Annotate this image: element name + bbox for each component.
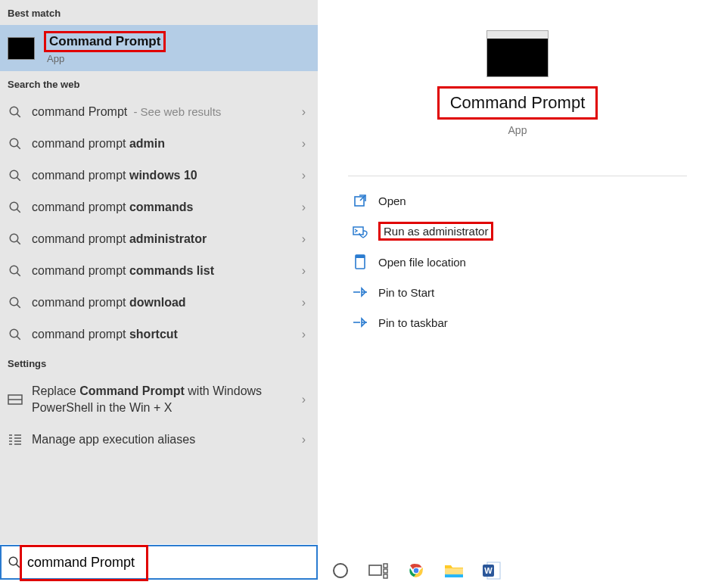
action-open[interactable]: Open bbox=[348, 185, 687, 216]
taskbar: W bbox=[318, 553, 717, 588]
web-result[interactable]: command prompt admin› bbox=[0, 128, 318, 160]
svg-point-2 bbox=[10, 138, 18, 147]
best-match-text: Command Prompt App bbox=[44, 31, 166, 65]
action-list: OpenRun as administratorOpen file locati… bbox=[318, 185, 717, 338]
svg-line-7 bbox=[17, 209, 20, 213]
preview-panel: Command Prompt App OpenRun as administra… bbox=[318, 0, 717, 544]
search-icon bbox=[8, 136, 23, 151]
svg-line-5 bbox=[17, 177, 20, 181]
svg-line-27 bbox=[16, 564, 20, 568]
search-icon bbox=[8, 168, 23, 183]
chevron-right-icon: › bbox=[302, 137, 310, 151]
web-result[interactable]: command Prompt - See web results› bbox=[0, 96, 318, 128]
cmd-icon bbox=[8, 37, 35, 60]
svg-line-9 bbox=[17, 241, 20, 244]
task-view-icon[interactable] bbox=[368, 560, 389, 581]
best-match-header: Best match bbox=[0, 0, 318, 25]
chevron-right-icon: › bbox=[302, 328, 310, 341]
svg-point-26 bbox=[9, 557, 17, 565]
action-label: Open bbox=[378, 194, 406, 207]
svg-line-11 bbox=[17, 272, 20, 276]
web-result-label: command prompt commands bbox=[32, 199, 302, 216]
preview-app-icon bbox=[486, 30, 549, 77]
action-label: Pin to taskbar bbox=[378, 316, 448, 329]
svg-point-8 bbox=[10, 234, 18, 242]
svg-rect-38 bbox=[369, 565, 381, 575]
chrome-icon[interactable] bbox=[406, 560, 427, 581]
settings-result[interactable]: Manage app execution aliases› bbox=[0, 424, 318, 456]
settings-results-list: Replace Command Prompt with Windows Powe… bbox=[0, 375, 318, 456]
web-result-label: command prompt commands list bbox=[32, 263, 302, 279]
search-results-panel: Best match Command Prompt App Search the… bbox=[0, 0, 318, 544]
web-result-label: command Prompt - See web results bbox=[32, 104, 302, 120]
web-results-list: command Prompt - See web results›command… bbox=[0, 96, 318, 350]
action-run-admin[interactable]: Run as administrator bbox=[348, 216, 687, 247]
settings-item-icon bbox=[8, 392, 23, 407]
open-location-icon bbox=[351, 253, 369, 271]
svg-point-6 bbox=[10, 202, 18, 210]
settings-result-label: Replace Command Prompt with Windows Powe… bbox=[32, 383, 302, 416]
file-explorer-icon[interactable] bbox=[443, 560, 465, 581]
search-icon bbox=[8, 232, 23, 247]
web-result-label: command prompt administrator bbox=[32, 231, 302, 247]
web-result-label: command prompt admin bbox=[32, 135, 302, 152]
svg-point-0 bbox=[10, 107, 18, 115]
run-admin-icon bbox=[351, 222, 369, 241]
svg-line-1 bbox=[17, 114, 20, 117]
action-label: Pin to Start bbox=[378, 286, 434, 299]
web-result[interactable]: command prompt commands list› bbox=[0, 255, 318, 287]
search-icon bbox=[8, 263, 23, 278]
web-result-label: command prompt shortcut bbox=[32, 326, 302, 343]
svg-rect-41 bbox=[384, 574, 387, 578]
best-match-result[interactable]: Command Prompt App bbox=[0, 25, 318, 71]
settings-result[interactable]: Replace Command Prompt with Windows Powe… bbox=[0, 375, 318, 424]
action-pin-taskbar[interactable]: Pin to taskbar bbox=[348, 307, 687, 338]
preview-subtitle: App bbox=[318, 124, 717, 136]
chevron-right-icon: › bbox=[302, 433, 310, 446]
pin-taskbar-icon bbox=[351, 313, 369, 331]
open-icon bbox=[351, 191, 369, 210]
search-bar[interactable] bbox=[0, 545, 318, 580]
action-open-location[interactable]: Open file location bbox=[348, 247, 687, 277]
svg-point-14 bbox=[10, 329, 18, 338]
search-icon bbox=[8, 200, 23, 215]
svg-rect-40 bbox=[384, 569, 387, 573]
word-icon[interactable]: W bbox=[481, 560, 502, 581]
best-match-title: Command Prompt bbox=[44, 31, 166, 52]
web-result[interactable]: command prompt commands› bbox=[0, 191, 318, 223]
chevron-right-icon: › bbox=[302, 232, 310, 246]
web-result[interactable]: command prompt download› bbox=[0, 287, 318, 319]
chevron-right-icon: › bbox=[302, 201, 310, 214]
search-input[interactable] bbox=[27, 546, 316, 578]
settings-result-label: Manage app execution aliases bbox=[32, 431, 302, 448]
pin-start-icon bbox=[351, 283, 369, 301]
svg-line-15 bbox=[17, 336, 20, 340]
web-result[interactable]: command prompt shortcut› bbox=[0, 319, 318, 350]
svg-line-3 bbox=[17, 145, 20, 149]
action-pin-start[interactable]: Pin to Start bbox=[348, 277, 687, 307]
chevron-right-icon: › bbox=[302, 296, 310, 310]
cortana-icon[interactable] bbox=[330, 560, 351, 581]
chevron-right-icon: › bbox=[302, 264, 310, 278]
search-icon bbox=[8, 327, 23, 342]
svg-rect-32 bbox=[356, 255, 365, 258]
settings-item-icon bbox=[8, 432, 23, 447]
svg-line-13 bbox=[17, 304, 20, 308]
search-icon bbox=[8, 104, 23, 120]
web-results-header: Search the web bbox=[0, 71, 318, 96]
preview-title: Command Prompt bbox=[437, 86, 598, 120]
search-icon bbox=[8, 295, 23, 310]
svg-rect-46 bbox=[445, 574, 463, 577]
settings-header: Settings bbox=[0, 350, 318, 375]
web-result[interactable]: command prompt administrator› bbox=[0, 223, 318, 255]
divider bbox=[348, 176, 687, 176]
chevron-right-icon: › bbox=[302, 169, 310, 182]
svg-text:W: W bbox=[484, 566, 493, 575]
best-match-subtitle: App bbox=[44, 52, 166, 65]
svg-point-37 bbox=[334, 564, 347, 577]
chevron-right-icon: › bbox=[302, 393, 310, 406]
svg-point-10 bbox=[10, 266, 18, 274]
chevron-right-icon: › bbox=[302, 105, 310, 119]
web-result[interactable]: command prompt windows 10› bbox=[0, 160, 318, 191]
web-result-label: command prompt windows 10 bbox=[32, 167, 302, 184]
